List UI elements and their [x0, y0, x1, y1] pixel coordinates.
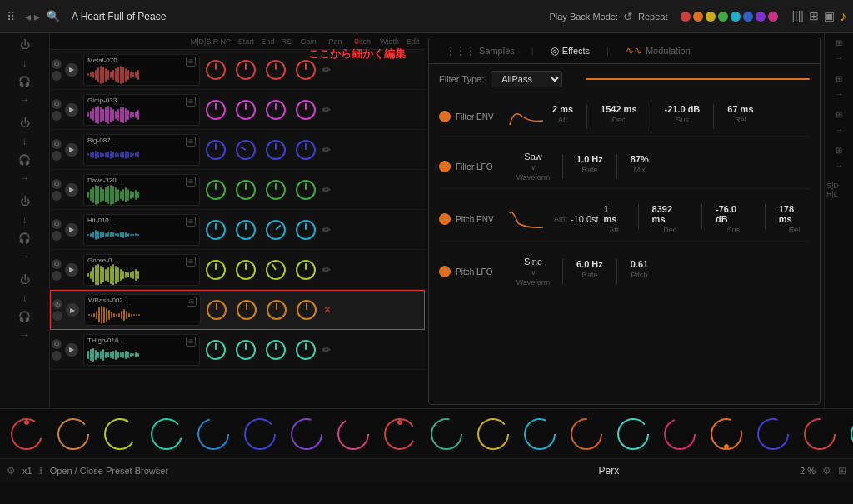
- list-item[interactable]: [755, 413, 791, 455]
- list-item[interactable]: [475, 413, 511, 455]
- bottom-knob-ring-1[interactable]: [8, 416, 45, 452]
- far-right-arrow-right[interactable]: →: [833, 52, 845, 64]
- settings-small-icon[interactable]: ⚙: [7, 465, 16, 477]
- power-icon[interactable]: ⏻: [17, 37, 32, 53]
- far-right-arrow-right-3[interactable]: →: [833, 123, 845, 136]
- track-1-gain-knob[interactable]: [206, 60, 226, 80]
- track-8-power[interactable]: ⏻: [52, 339, 62, 349]
- gear-icon[interactable]: ⚙: [822, 465, 831, 477]
- list-item[interactable]: [55, 413, 92, 455]
- list-item[interactable]: [148, 413, 185, 455]
- track-2-pan-knob[interactable]: [236, 100, 256, 120]
- bottom-knob-ring-13[interactable]: [568, 416, 605, 452]
- bottom-knob-ring-11[interactable]: [475, 416, 511, 452]
- track-1-pitch-knob[interactable]: [266, 60, 286, 80]
- list-item[interactable]: [8, 413, 45, 455]
- headphone-icon-3[interactable]: 🎧: [16, 230, 33, 247]
- tab-modulation[interactable]: ∿∿ Modulation: [616, 42, 701, 60]
- list-item[interactable]: [848, 413, 853, 455]
- track-5-pitch-knob[interactable]: [262, 216, 290, 244]
- track-1-edit[interactable]: ✏: [318, 62, 335, 78]
- track-1-dl[interactable]: ↓: [52, 71, 62, 81]
- track-8-pan-knob[interactable]: [236, 340, 256, 360]
- track-4-gain-knob[interactable]: [206, 180, 226, 200]
- list-item[interactable]: [708, 413, 745, 455]
- track-7-width-knob[interactable]: [297, 300, 317, 320]
- settings-icon[interactable]: ⊞: [809, 9, 819, 24]
- track-2-gain-knob[interactable]: [206, 100, 226, 120]
- track-6-dl[interactable]: ↓: [52, 271, 62, 281]
- nav-arrows[interactable]: ◂ ▸: [25, 10, 40, 23]
- track-6-edit[interactable]: ✏: [318, 262, 335, 278]
- track-3-dl[interactable]: ↓: [52, 151, 62, 161]
- list-item[interactable]: [335, 413, 372, 455]
- tab-samples[interactable]: ⋮⋮⋮ Samples: [436, 42, 525, 60]
- bottom-knob-ring-12[interactable]: [521, 416, 558, 452]
- nav-back[interactable]: ◂: [25, 10, 31, 23]
- power-icon-2[interactable]: ⏻: [17, 115, 32, 132]
- track-1-settings[interactable]: ⊞: [186, 57, 196, 67]
- track-5-pan-knob[interactable]: [236, 220, 256, 240]
- track-3-play[interactable]: ▶: [65, 143, 78, 157]
- arrow-right-icon-4[interactable]: →: [17, 327, 32, 343]
- headphone-icon[interactable]: 🎧: [16, 73, 33, 90]
- filter-type-select[interactable]: AllPass LowPass HighPass: [491, 71, 562, 87]
- filter-env-toggle[interactable]: [439, 111, 451, 122]
- track-1-power[interactable]: ⏻: [52, 59, 62, 69]
- track-6-pitch-knob[interactable]: [262, 256, 290, 283]
- bottom-knob-ring-8[interactable]: [335, 416, 372, 452]
- track-7-delete[interactable]: ✕: [319, 302, 336, 318]
- download-icon-2[interactable]: ↓: [20, 133, 30, 150]
- far-right-expand1[interactable]: ⊞: [834, 37, 844, 49]
- bottom-knob-ring-14[interactable]: [615, 416, 651, 452]
- track-1-width-knob[interactable]: [296, 60, 316, 80]
- filter-lfo-toggle[interactable]: [439, 161, 451, 172]
- list-item[interactable]: [521, 413, 558, 455]
- track-4-edit[interactable]: ✏: [318, 182, 335, 198]
- track-6-pan-knob[interactable]: [236, 260, 256, 280]
- bottom-knob-ring-4[interactable]: [148, 416, 185, 452]
- preset-browser-label[interactable]: Open / Close Preset Browser: [50, 466, 418, 476]
- pitch-env-toggle[interactable]: [439, 213, 451, 225]
- track-7-gain-knob[interactable]: [207, 300, 227, 320]
- track-7-dl[interactable]: ↓: [52, 311, 62, 321]
- track-2-width-knob[interactable]: [296, 100, 316, 120]
- arrow-right-icon-3[interactable]: →: [17, 248, 32, 265]
- bottom-knob-ring-3[interactable]: [102, 416, 138, 452]
- track-8-dl[interactable]: ↓: [52, 351, 62, 361]
- track-6-power[interactable]: ⏻: [52, 259, 62, 269]
- track-3-edit[interactable]: ✏: [318, 142, 335, 158]
- pitch-lfo-waveform[interactable]: Sine ∨ Waveform: [512, 257, 554, 287]
- track-2-play[interactable]: ▶: [65, 103, 78, 117]
- far-right-arrow-right-4[interactable]: →: [833, 159, 845, 172]
- track-4-settings[interactable]: ⊞: [186, 177, 196, 187]
- track-7-power[interactable]: ⏻: [52, 299, 62, 309]
- track-8-edit[interactable]: ✏: [318, 342, 335, 358]
- track-5-edit[interactable]: ✏: [318, 222, 335, 238]
- tab-effects[interactable]: ◎ Effects: [541, 42, 600, 60]
- track-3-settings[interactable]: ⊞: [186, 137, 196, 147]
- track-4-dl[interactable]: ↓: [52, 191, 62, 201]
- track-5-dl[interactable]: ↓: [52, 231, 62, 241]
- filter-lfo-waveform[interactable]: Saw ∨ Waveform: [512, 152, 554, 182]
- track-8-settings[interactable]: ⊞: [186, 337, 196, 347]
- bottom-knob-ring-2[interactable]: [55, 416, 92, 452]
- power-icon-3[interactable]: ⏻: [17, 193, 32, 210]
- power-icon-4[interactable]: ⏻: [17, 272, 32, 288]
- track-scroll-area[interactable]: ⏻ ↓ ▶ Metal-070... ⊞: [50, 50, 425, 408]
- far-right-expand3[interactable]: ⊞: [834, 108, 844, 121]
- bottom-knob-ring-18[interactable]: [801, 416, 838, 452]
- bottom-knob-ring-16[interactable]: [708, 416, 745, 452]
- track-5-gain-knob[interactable]: [206, 220, 226, 240]
- bottom-knob-ring-17[interactable]: [755, 416, 791, 452]
- track-8-width-knob[interactable]: [296, 340, 316, 360]
- track-3-gain-knob[interactable]: [206, 140, 226, 160]
- list-item[interactable]: [382, 413, 418, 455]
- arrow-right-icon-2[interactable]: →: [17, 170, 32, 187]
- track-5-width-knob[interactable]: [296, 220, 316, 240]
- download-icon-4[interactable]: ↓: [20, 290, 30, 307]
- list-item[interactable]: [288, 413, 325, 455]
- track-8-play[interactable]: ▶: [65, 343, 78, 357]
- track-5-play[interactable]: ▶: [65, 223, 78, 237]
- track-7-pitch-knob[interactable]: [267, 300, 287, 320]
